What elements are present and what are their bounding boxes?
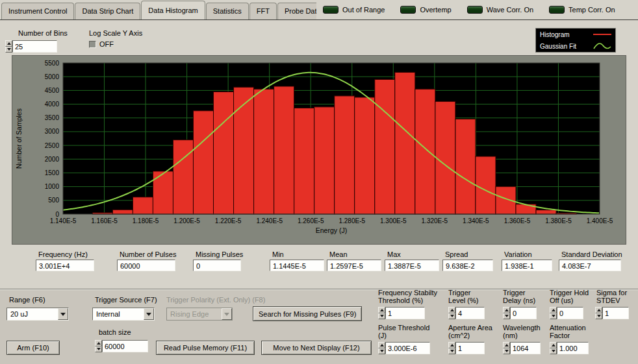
number-of-bins-input: 25 <box>5 40 57 53</box>
increment-button[interactable] <box>550 342 557 348</box>
dropdown-arrow-button[interactable] <box>58 308 68 320</box>
freq-stability-input: 1 <box>378 307 425 319</box>
decrement-button[interactable] <box>95 346 102 353</box>
stat-number-of-pulses: Number of Pulses 60000 <box>117 250 175 271</box>
value-field[interactable]: 25 <box>12 40 57 53</box>
stat-value: 9.638E-2 <box>442 260 493 271</box>
tab-statistics[interactable]: Statistics <box>206 3 249 19</box>
pulse-threshold-input: 3.000E-6 <box>378 342 430 354</box>
increment-button[interactable] <box>595 307 602 313</box>
indicator-label: Out of Range <box>342 6 385 14</box>
selected-value: Internal <box>93 308 144 320</box>
stat-label: Frequency (Hz) <box>38 250 94 258</box>
trigger-source-select[interactable]: Internal <box>92 308 155 321</box>
freq-stability-label: Frequency Stabilty Threshold (%) <box>378 289 444 304</box>
histogram-panel: Number of Bins 25 Log Scale Y Axis OFF H… <box>0 20 638 289</box>
svg-text:5500: 5500 <box>45 60 60 67</box>
increment-button[interactable] <box>95 340 102 346</box>
value-field[interactable]: 1 <box>602 307 629 319</box>
decrement-button[interactable] <box>595 313 602 320</box>
down-arrow-icon <box>380 350 384 352</box>
instrument-app-window: Instrument Control Data Strip Chart Data… <box>0 0 638 364</box>
legend-item-histogram[interactable]: Histogram <box>536 29 615 40</box>
down-arrow-icon <box>505 350 509 352</box>
increment-button[interactable] <box>448 342 455 348</box>
dropdown-arrow-button[interactable] <box>144 308 154 320</box>
arm-button[interactable]: Arm (F10) <box>6 341 60 355</box>
down-arrow-icon <box>450 350 454 352</box>
tab-instrument-control[interactable]: Instrument Control <box>1 3 74 19</box>
value-field[interactable]: 1 <box>455 342 485 354</box>
read-pulse-memory-button[interactable]: Read Pulse Memory (F11) <box>156 341 255 355</box>
decrement-button[interactable] <box>503 313 510 320</box>
decrement-button[interactable] <box>448 313 455 320</box>
search-missing-pulses-button[interactable]: Search for Missing Pulses (F9) <box>253 306 362 321</box>
increment-button[interactable] <box>378 342 385 348</box>
tab-data-strip-chart[interactable]: Data Strip Chart <box>75 3 140 19</box>
decrement-button[interactable] <box>378 348 385 355</box>
gaussian-line-sample-icon <box>593 42 611 50</box>
log-scale-toggle[interactable]: OFF <box>89 40 114 48</box>
decrement-button[interactable] <box>503 348 510 355</box>
value-field[interactable]: 4 <box>455 307 485 319</box>
stat-spread: Spread 9.638E-2 <box>442 250 493 271</box>
svg-text:Number of Samples: Number of Samples <box>15 108 23 169</box>
stat-value: 60000 <box>117 260 175 271</box>
value-field[interactable]: 1 <box>385 307 425 319</box>
stat-value: 1.938E-1 <box>502 260 552 271</box>
up-arrow-icon <box>505 344 509 346</box>
spinner-arrows <box>378 342 385 354</box>
down-arrow-icon <box>97 348 101 350</box>
decrement-button[interactable] <box>378 313 385 320</box>
legend-histogram-label: Histogram <box>540 31 570 38</box>
value-field[interactable]: 1.000 <box>557 342 589 354</box>
down-arrow-icon <box>552 315 555 317</box>
chevron-down-icon <box>224 313 229 316</box>
increment-button[interactable] <box>503 307 510 313</box>
decrement-button[interactable] <box>5 47 12 53</box>
decrement-button[interactable] <box>550 348 557 355</box>
svg-text:1500: 1500 <box>45 169 60 176</box>
legend-item-gaussian[interactable]: Gaussian Fit <box>536 40 615 52</box>
chevron-down-icon <box>146 313 151 316</box>
increment-button[interactable] <box>378 307 385 313</box>
indicator-overtemp: Overtemp <box>400 6 451 14</box>
sigma-stdev-input: 1 <box>595 307 629 319</box>
increment-button[interactable] <box>503 342 510 348</box>
trigger-holdoff-input: 0 <box>550 307 583 319</box>
decrement-button[interactable] <box>550 313 557 320</box>
increment-button[interactable] <box>448 307 455 313</box>
stat-value: 4.083E-7 <box>559 260 621 271</box>
svg-text:4000: 4000 <box>45 101 60 108</box>
checkbox-icon[interactable] <box>89 41 96 48</box>
indicator-temp-corr: Temp Corr. On <box>549 6 615 14</box>
value-field[interactable]: 0 <box>557 307 583 319</box>
tab-fft[interactable]: FFT <box>249 3 277 19</box>
down-arrow-icon <box>450 315 454 317</box>
selected-value: Rising Edge <box>167 308 222 320</box>
log-scale-label: Log Scale Y Axis <box>89 29 142 37</box>
value-field[interactable]: 1064 <box>510 342 541 354</box>
tab-data-histogram[interactable]: Data Histogram <box>141 1 205 19</box>
value-field[interactable]: 3.000E-6 <box>385 342 430 354</box>
value-field[interactable]: 60000 <box>102 340 148 352</box>
range-select[interactable]: 20 uJ <box>6 308 69 321</box>
spinner-arrows <box>550 342 557 354</box>
stat-label: Standard Deviation <box>561 250 621 258</box>
value-field[interactable]: 0 <box>510 307 537 319</box>
indicator-label: Wave Corr. On <box>487 6 533 14</box>
increment-button[interactable] <box>5 40 12 47</box>
move-next-display-button[interactable]: Move to Next Display (F12) <box>261 341 372 355</box>
svg-text:2000: 2000 <box>45 156 60 163</box>
stat-frequency: Frequency (Hz) 3.001E+4 <box>36 250 94 271</box>
increment-button[interactable] <box>550 307 557 313</box>
up-arrow-icon <box>552 309 555 311</box>
pulse-threshold-label: Pulse Threshold (J) <box>378 324 437 339</box>
dropdown-arrow-button[interactable] <box>222 308 232 320</box>
svg-text:1.400E-5: 1.400E-5 <box>587 217 613 224</box>
aperture-area-input: 1 <box>448 342 485 354</box>
out-of-range-led-icon <box>323 6 338 14</box>
svg-text:1.240E-5: 1.240E-5 <box>256 217 283 224</box>
chevron-down-icon <box>60 313 66 316</box>
decrement-button[interactable] <box>448 348 455 355</box>
